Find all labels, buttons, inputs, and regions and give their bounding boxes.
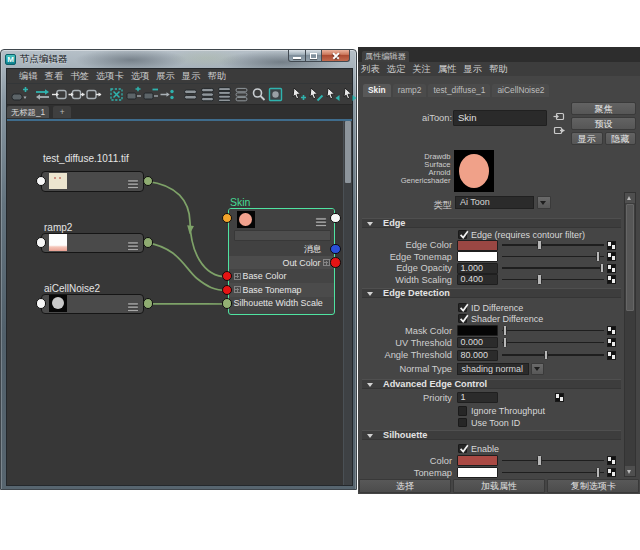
add-node-to-graph-icon[interactable] [11, 86, 28, 103]
menu-7[interactable]: 显示 [182, 70, 201, 83]
close-button[interactable] [321, 50, 350, 62]
color-swatch-Edge Color[interactable] [457, 240, 498, 251]
map-button-Angle Threshold[interactable] [607, 351, 616, 360]
section-header-Silhouette[interactable]: Silhouette [362, 430, 621, 440]
output-plug[interactable] [143, 237, 154, 248]
menu-1[interactable]: 编辑 [19, 70, 38, 83]
display-connected-icon[interactable] [199, 86, 216, 103]
value-field-Edge Opacity[interactable]: 1.000 [457, 263, 498, 274]
display-full-icon[interactable] [216, 86, 233, 103]
copy-tab-button[interactable]: 复制选项卡 [547, 479, 639, 493]
output-plug[interactable] [143, 176, 154, 187]
minimize-button[interactable] [288, 50, 306, 62]
menu-8[interactable]: 帮助 [207, 70, 226, 83]
checkbox-Shader Difference[interactable] [458, 314, 468, 324]
checkbox-Use Toon ID[interactable] [458, 418, 468, 428]
map-button-Edge Opacity[interactable] [607, 264, 616, 273]
expand-port-icon[interactable] [234, 286, 241, 293]
slider-handle[interactable] [596, 467, 601, 477]
node-editor-titlebar[interactable]: M 节点编辑器 [1, 50, 356, 68]
value-field-Priority[interactable]: 1 [457, 392, 498, 403]
dropdown-Normal Type[interactable]: shading normal [457, 363, 529, 375]
slider-handle[interactable] [544, 350, 549, 360]
remove-selected-from-graph-icon[interactable] [142, 86, 159, 103]
display-custom-icon[interactable] [233, 86, 250, 103]
slider-track-Mask Color[interactable] [502, 330, 604, 332]
bookmark-previous-icon[interactable] [324, 86, 341, 103]
checkbox-Edge (requires contour filter)[interactable] [458, 230, 468, 240]
add-selected-to-graph-icon[interactable] [125, 86, 142, 103]
menu-4[interactable]: 选项卡 [96, 70, 124, 83]
scroll-down-button[interactable] [625, 466, 635, 476]
output-plug[interactable] [143, 298, 154, 309]
port-plug-Base Color[interactable] [222, 271, 233, 282]
section-header-Advanced Edge Control[interactable]: Advanced Edge Control [362, 379, 621, 389]
scroll-up-button[interactable] [625, 193, 635, 203]
checkbox-Enable[interactable] [458, 444, 468, 454]
node-test_diffuse.1011.tif[interactable] [41, 171, 144, 192]
skin-port-row-Out Color[interactable]: Out Color [229, 256, 334, 270]
slider-track-Color[interactable] [502, 460, 604, 462]
clear-graph-icon[interactable] [108, 86, 125, 103]
node-menu-icon[interactable] [127, 238, 139, 256]
map-button-Width Scaling[interactable] [607, 275, 616, 284]
map-button-Edge Color[interactable] [607, 241, 616, 250]
slider-track-Angle Threshold[interactable] [502, 354, 604, 356]
output-connections-icon[interactable] [85, 86, 102, 103]
skin-header-plug-left[interactable] [222, 213, 233, 224]
menu-5[interactable]: 选项 [131, 70, 150, 83]
color-swatch-Color[interactable] [457, 455, 498, 466]
add-tab-button[interactable]: + [53, 106, 71, 118]
display-simple-icon[interactable] [182, 86, 199, 103]
slider-track-Tonemap[interactable] [502, 472, 604, 474]
slider-handle[interactable] [596, 251, 601, 261]
slider-handle[interactable] [537, 274, 542, 284]
map-button-UV Threshold[interactable] [607, 338, 616, 347]
sync-selection-icon[interactable] [34, 86, 51, 103]
port-plug-消息[interactable] [330, 244, 341, 255]
bookmark-create-icon[interactable] [290, 86, 307, 103]
canvas-scrollbar-thumb[interactable] [345, 121, 351, 183]
skin-port-row-Base Tonemap[interactable]: Base Tonemap [229, 283, 334, 297]
expand-port-icon[interactable] [323, 259, 330, 266]
input-output-connections-icon[interactable] [68, 86, 85, 103]
checkbox-ID Difference[interactable] [458, 303, 468, 313]
slider-handle[interactable] [537, 240, 542, 250]
section-header-Edge Detection[interactable]: Edge Detection [362, 288, 621, 298]
slider-handle[interactable] [503, 325, 508, 335]
map-button-Mask Color[interactable] [607, 326, 616, 335]
bookmark-next-icon[interactable] [341, 86, 358, 103]
input-plug[interactable] [36, 176, 47, 187]
value-field-UV Threshold[interactable]: 0.000 [457, 337, 498, 348]
menu-6[interactable]: 展示 [156, 70, 175, 83]
port-plug-Base Tonemap[interactable] [222, 285, 233, 296]
node-menu-icon[interactable] [127, 176, 139, 194]
canvas-vertical-scrollbar[interactable] [343, 121, 352, 485]
map-button-Color[interactable] [607, 456, 616, 465]
bookmark-edit-icon[interactable] [307, 86, 324, 103]
expand-port-icon[interactable] [234, 273, 241, 280]
maximize-button[interactable] [306, 50, 322, 62]
map-button-Edge Tonemap[interactable] [607, 252, 616, 261]
slider-track-Edge Opacity[interactable] [502, 267, 604, 269]
slider-track-Edge Tonemap[interactable] [502, 256, 604, 258]
skin-port-row-消息[interactable]: 消息 [229, 242, 334, 256]
dropdown-arrow[interactable] [531, 363, 544, 375]
attribute-editor-scrollbar[interactable] [624, 192, 636, 477]
input-connections-icon[interactable] [51, 86, 68, 103]
port-plug-Silhouette Width Scale[interactable] [222, 298, 233, 309]
node-aiCellNoise2[interactable] [41, 294, 144, 315]
slider-track-Width Scaling[interactable] [502, 279, 604, 281]
tab-untitled-1[interactable]: 无标题_1 [7, 106, 49, 118]
zoom-search-icon[interactable] [250, 86, 267, 103]
checkbox-Ignore Throughput[interactable] [458, 406, 468, 416]
slider-handle[interactable] [600, 263, 605, 273]
node-graph-canvas[interactable]: test_diffuse.1011.tiframp2aiCellNoise2Sk… [7, 121, 352, 485]
port-plug-Out Color[interactable] [330, 257, 341, 268]
color-swatch-Tonemap[interactable] [457, 467, 498, 478]
value-field-Width Scaling[interactable]: 0.400 [457, 274, 498, 285]
load-attributes-button[interactable]: 加载属性 [453, 479, 545, 493]
skin-node-name-field[interactable] [234, 230, 331, 241]
scrollbar-thumb[interactable] [626, 204, 635, 311]
color-swatch-Mask Color[interactable] [457, 325, 498, 336]
